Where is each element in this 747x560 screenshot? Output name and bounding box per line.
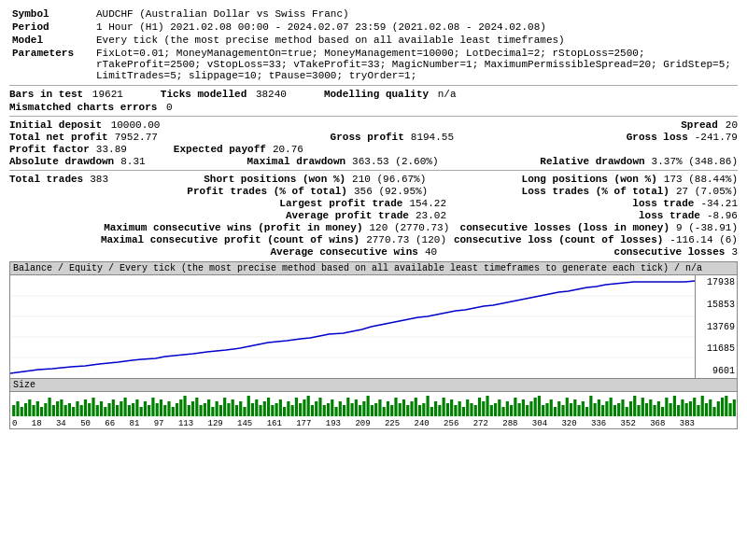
short-positions-label: Short positions (won %) [204,174,345,185]
svg-rect-54 [211,407,214,416]
svg-rect-32 [123,398,126,416]
svg-rect-22 [84,399,87,416]
x-label-22: 352 [621,419,636,428]
profit-loss-trades-row: Profit trades (% of total) 356 (92.95%) … [9,186,738,197]
svg-rect-76 [299,403,302,416]
svg-rect-68 [267,398,270,416]
svg-rect-6 [21,407,23,416]
svg-rect-80 [315,401,317,416]
svg-rect-138 [545,403,548,416]
svg-rect-60 [235,405,238,416]
chart-y-labels: 17938 15853 13769 11685 9601 [695,275,737,378]
period-label: Period [9,21,93,34]
svg-rect-33 [128,405,131,416]
parameters-row: Parameters FixLot=0.01; MoneyManagementO… [9,47,738,82]
profit-row: Total net profit 7952.77 Gross profit 81… [9,132,738,143]
svg-rect-9 [32,405,35,416]
svg-rect-77 [303,399,305,416]
maximal-consec-loss-label: consecutive loss (count of losses) [454,234,663,245]
x-axis-labels: 0 18 34 50 66 81 97 113 129 145 161 177 … [10,418,737,428]
svg-rect-35 [135,399,138,416]
svg-rect-69 [271,405,274,416]
svg-rect-19 [72,407,75,416]
avg-profit-label: Average profit trade [286,210,409,221]
svg-rect-63 [247,396,250,416]
svg-rect-34 [132,403,134,416]
svg-rect-49 [191,401,194,416]
abs-drawdown-value: 8.31 [120,156,145,167]
svg-rect-149 [589,396,592,416]
y-label-2: 15853 [698,300,735,310]
svg-rect-78 [307,396,310,416]
max-consec-losses-label: consecutive losses (loss in money) [460,222,669,233]
svg-rect-139 [550,399,553,416]
svg-rect-12 [44,403,47,416]
svg-rect-18 [68,403,71,416]
svg-rect-48 [188,405,190,416]
svg-rect-85 [334,407,337,416]
svg-rect-168 [665,398,668,416]
mismatch-value: 0 [166,102,173,113]
spacer3 [9,210,93,221]
largest-loss-block: loss trade -34.21 [632,198,738,209]
largest-loss-label: loss trade [632,198,694,209]
svg-rect-130 [514,398,516,416]
rel-drawdown-block: Relative drawdown 3.37% (348.86) [540,156,738,167]
svg-rect-29 [112,399,115,416]
svg-rect-134 [529,401,532,416]
x-label-18: 288 [502,419,517,428]
largest-loss-value: -34.21 [700,198,738,209]
mismatch-row: Mismatched charts errors 0 [9,102,738,113]
y-label-1: 17938 [698,277,735,287]
svg-rect-37 [144,401,147,416]
x-label-6: 97 [154,419,164,428]
avg-consec-losses-value: 3 [731,246,738,258]
svg-rect-119 [470,403,472,416]
svg-rect-14 [52,405,55,416]
loss-trades-label: Loss trades (% of total) [522,186,669,197]
size-label: Size [10,378,737,392]
x-label-14: 225 [385,419,400,428]
svg-rect-176 [697,405,699,416]
svg-rect-55 [216,401,218,416]
mismatch-block: Mismatched charts errors 0 [9,102,173,113]
maximal-consec-profit-block: Maximal consecutive profit (count of win… [101,234,446,245]
svg-rect-75 [295,398,298,416]
svg-rect-28 [107,403,110,416]
balance-chart [10,275,695,378]
svg-rect-150 [594,403,597,416]
svg-rect-66 [259,405,261,416]
avg-loss-block: loss trade -8.96 [639,210,738,221]
svg-rect-122 [482,401,485,416]
svg-rect-50 [195,398,198,416]
quality-block: Modelling quality n/a [324,89,457,100]
long-positions-value: 173 (88.44%) [664,174,738,185]
svg-rect-120 [474,405,477,416]
svg-rect-131 [518,403,521,416]
profit-trades-block: Profit trades (% of total) 356 (92.95%) [187,186,428,197]
svg-rect-166 [657,401,660,416]
svg-rect-27 [104,407,106,416]
svg-rect-128 [506,401,509,416]
model-value: Every tick (the most precise method base… [93,34,738,47]
svg-rect-82 [323,405,326,416]
ticks-value: 38240 [256,89,287,100]
svg-rect-109 [430,407,433,416]
average-trade-row: Average profit trade 23.02 loss trade -8… [9,210,738,221]
svg-rect-102 [402,399,405,416]
svg-rect-90 [355,399,358,416]
svg-rect-173 [685,403,688,416]
long-positions-label: Long positions (won %) [522,174,657,185]
x-label-24: 383 [680,419,695,428]
svg-rect-62 [243,407,246,416]
svg-rect-170 [673,396,676,416]
loss-trades-block: Loss trades (% of total) 27 (7.05%) [522,186,738,197]
svg-rect-23 [88,403,91,416]
x-label-12: 193 [326,419,341,428]
maximal-consec-profit-value: 2770.73 (120) [366,234,446,245]
svg-rect-39 [151,398,154,416]
svg-rect-185 [733,399,736,416]
svg-rect-151 [598,399,600,416]
svg-rect-43 [167,401,170,416]
x-label-13: 209 [355,419,370,428]
